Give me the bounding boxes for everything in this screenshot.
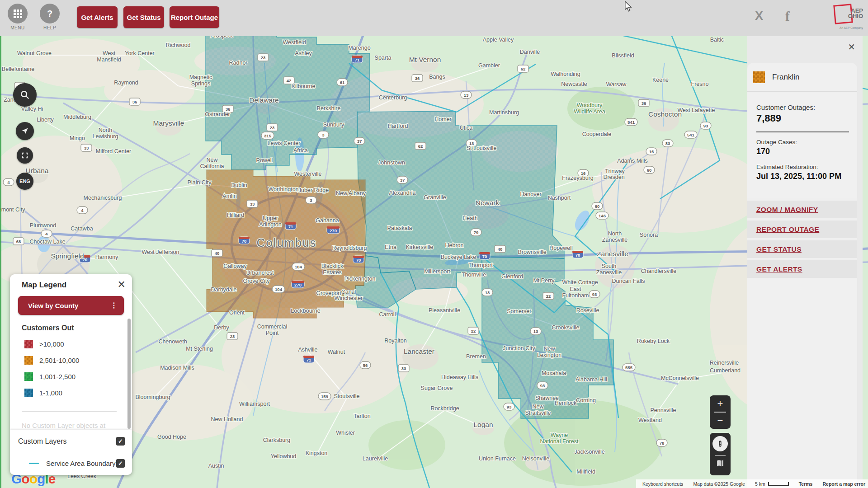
route-shield: 4 bbox=[77, 206, 88, 214]
map-label: Liberty bbox=[37, 117, 54, 123]
legend-swatch bbox=[24, 340, 33, 348]
map-label: Sparta bbox=[375, 55, 392, 61]
language-button[interactable]: ENG bbox=[16, 173, 33, 190]
map-label: Carroll bbox=[379, 311, 396, 318]
map-label: New Holland bbox=[211, 416, 243, 422]
map-type-icon[interactable] bbox=[716, 459, 725, 468]
action-link-zoom-magnify[interactable]: ZOOM / MAGNIFY bbox=[756, 206, 818, 214]
map-label: Orient bbox=[229, 310, 245, 316]
route-shield: 315 bbox=[261, 132, 274, 139]
service-area-line-swatch bbox=[29, 463, 39, 464]
action-link-row: GET STATUS bbox=[747, 238, 857, 258]
map-label: Centerburg bbox=[379, 94, 407, 101]
route-shield: 13 bbox=[482, 289, 493, 296]
map-label: Baltic bbox=[710, 37, 724, 43]
menu-button[interactable] bbox=[8, 4, 28, 23]
action-link-report-outage[interactable]: REPORT OUTAGE bbox=[756, 225, 819, 234]
map-label: Keene bbox=[652, 77, 669, 83]
route-shield: 37 bbox=[397, 176, 408, 183]
action-link-get-alerts[interactable]: GET ALERTS bbox=[756, 265, 802, 273]
map-label: Tremont City bbox=[0, 206, 25, 213]
map-label: Hebron bbox=[445, 242, 464, 249]
route-shield: 62 bbox=[518, 65, 528, 72]
map-label: Reynoldsburg bbox=[332, 245, 367, 251]
customers-out-heading: Customers Out bbox=[22, 324, 74, 332]
map-label: Logan bbox=[473, 421, 493, 428]
svg-text:270: 270 bbox=[294, 282, 302, 287]
map-label: Crooksville bbox=[552, 324, 579, 331]
route-shield: 60 bbox=[592, 202, 603, 210]
legend-swatch bbox=[24, 372, 33, 381]
map-label: Africa bbox=[293, 147, 308, 154]
custom-layers-checkbox[interactable]: ✓ bbox=[116, 437, 125, 446]
map-label: Lewis Center bbox=[268, 140, 301, 146]
kebab-menu-icon[interactable]: ⋮ bbox=[110, 301, 118, 310]
service-area-label: Service Area Boundary bbox=[46, 460, 115, 467]
svg-text:37: 37 bbox=[400, 178, 405, 183]
map-label: Valley Hi bbox=[21, 106, 43, 112]
map-label: Hartford bbox=[387, 123, 408, 129]
map-label: Hilliard bbox=[227, 212, 244, 218]
map-label: Westerville bbox=[294, 171, 322, 177]
get-alerts-button[interactable]: Get Alerts bbox=[77, 6, 118, 28]
service-area-checkbox[interactable]: ✓ bbox=[116, 459, 125, 468]
svg-text:62: 62 bbox=[418, 144, 423, 149]
map-label: Plain City bbox=[188, 179, 212, 186]
route-shield: 146 bbox=[596, 212, 609, 219]
menu-grid-icon bbox=[14, 9, 22, 18]
route-shield: 16 bbox=[646, 148, 657, 155]
map-label: York Center bbox=[125, 50, 155, 56]
svg-text:93: 93 bbox=[592, 292, 597, 297]
route-shield: 13 bbox=[461, 91, 472, 99]
terms-link[interactable]: Terms bbox=[799, 481, 813, 487]
map-label: Thornville bbox=[462, 272, 486, 278]
traffic-button[interactable] bbox=[712, 436, 728, 451]
route-shield: 36 bbox=[638, 99, 649, 107]
stats-divider bbox=[756, 131, 849, 132]
x-twitter-icon[interactable]: X bbox=[755, 9, 763, 23]
route-shield: 23 bbox=[227, 333, 238, 340]
my-location-button[interactable] bbox=[16, 122, 34, 140]
route-shield: 555 bbox=[623, 364, 635, 371]
view-by-county-button[interactable]: View by County ⋮ bbox=[18, 296, 124, 315]
question-icon: ? bbox=[47, 9, 52, 19]
map-label: Bellefontaine bbox=[2, 66, 34, 72]
map-label: Catawba bbox=[71, 225, 93, 232]
top-bar: MENU ? HELP Get Alerts Get Status Report… bbox=[0, 0, 868, 36]
map-label: Lancaster bbox=[404, 347, 434, 355]
facebook-icon[interactable]: f bbox=[785, 9, 790, 24]
svg-text:33: 33 bbox=[250, 202, 255, 206]
keyboard-shortcuts-link[interactable]: Keyboard shortcuts bbox=[642, 481, 683, 487]
map-label: Madison Mills bbox=[160, 365, 194, 371]
fullscreen-button[interactable] bbox=[17, 147, 33, 164]
map-label: Trinway bbox=[605, 168, 625, 174]
legend-close-icon[interactable]: ✕ bbox=[118, 279, 126, 291]
map-label: Stoutsville bbox=[334, 393, 360, 399]
action-link-get-status[interactable]: GET STATUS bbox=[756, 245, 802, 253]
zoom-out-button[interactable]: − bbox=[710, 413, 731, 429]
help-button[interactable]: ? bbox=[40, 4, 60, 23]
route-shield: 62 bbox=[415, 142, 426, 150]
map-label: Roseville bbox=[576, 307, 599, 314]
route-shield: 33 bbox=[398, 365, 409, 372]
svg-text:42: 42 bbox=[287, 78, 292, 83]
legend-scrollbar[interactable] bbox=[127, 319, 131, 429]
map-label: St Louisville bbox=[467, 145, 497, 151]
map-label: Frazeysburg bbox=[562, 175, 594, 181]
panel-close-icon[interactable]: ✕ bbox=[848, 42, 855, 52]
get-status-button[interactable]: Get Status bbox=[123, 6, 164, 28]
svg-text:93: 93 bbox=[507, 404, 512, 409]
map-label: Alabama Hill bbox=[576, 376, 607, 383]
map-label: Warsaw bbox=[606, 81, 627, 88]
report-map-error-link[interactable]: Report a map error bbox=[822, 481, 865, 487]
report-outage-button[interactable]: Report Outage bbox=[170, 6, 219, 28]
route-shield: 36 bbox=[412, 75, 423, 82]
svg-text:3: 3 bbox=[322, 132, 324, 137]
map-label: Springfield bbox=[51, 252, 84, 260]
custom-layers-row: Custom Layers ✓ bbox=[10, 430, 132, 452]
map-label: Royalton bbox=[384, 338, 406, 344]
map-search-button[interactable] bbox=[13, 83, 37, 107]
map-label: Millersport bbox=[424, 268, 450, 275]
zoom-in-button[interactable]: + bbox=[710, 395, 731, 412]
aep-ohio-logo[interactable]: AEP OHIO An AEP Company bbox=[833, 3, 863, 29]
